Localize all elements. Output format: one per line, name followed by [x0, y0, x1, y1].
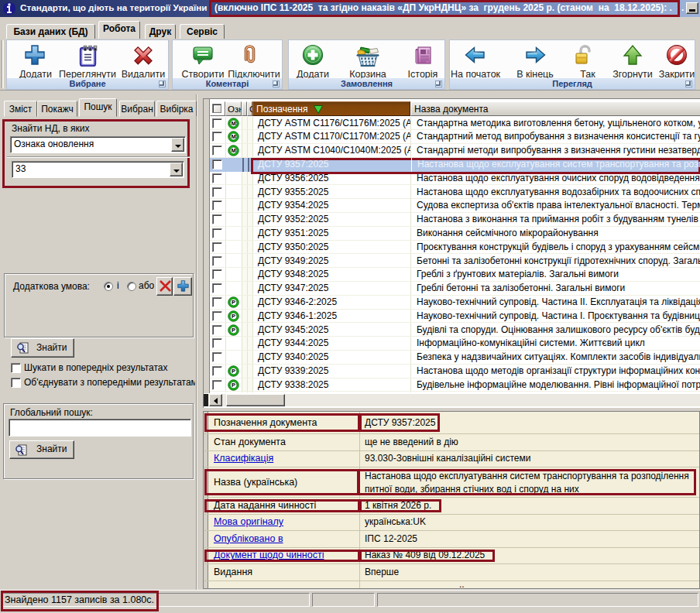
- svg-text:М: М: [231, 120, 235, 127]
- svg-text:Р: Р: [232, 313, 235, 320]
- svg-text:М: М: [231, 147, 235, 154]
- svg-text:Р: Р: [232, 327, 235, 334]
- svg-text:М: М: [231, 133, 235, 140]
- svg-text:Р: Р: [232, 382, 235, 389]
- svg-text:Р: Р: [232, 299, 235, 306]
- svg-text:Р: Р: [232, 368, 235, 375]
